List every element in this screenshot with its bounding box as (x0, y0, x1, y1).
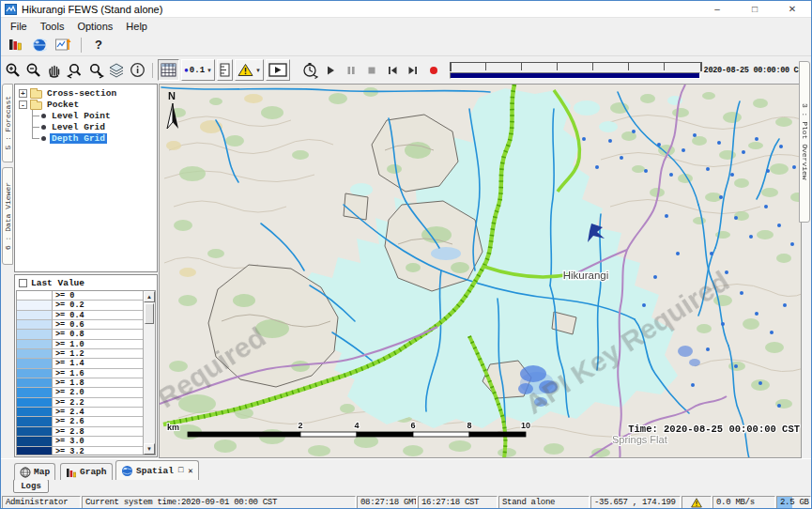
menu-options[interactable]: Options (70, 21, 119, 32)
legend-row[interactable]: >= 2.6 (17, 417, 143, 426)
legend-row[interactable]: >= 2.2 (17, 398, 143, 408)
timeline-bar[interactable] (450, 72, 700, 79)
thresholds-dropdown[interactable]: ▼ (235, 59, 264, 81)
stop-icon[interactable] (361, 60, 382, 81)
play-icon[interactable] (320, 60, 341, 81)
tab-spatial[interactable]: Spatial □ ✕ (115, 460, 199, 480)
legend-row[interactable]: >= 1.4 (17, 359, 143, 368)
scroll-down-icon[interactable]: ▼ (144, 443, 155, 455)
close-button[interactable]: ✕ (774, 1, 811, 18)
map-toolbar: ● 0.1 ▼ ▼ 2020-08-25 00:00:00 CST (1, 56, 811, 84)
timeline-slider[interactable] (450, 58, 700, 83)
timeline-tick (557, 63, 558, 70)
app-logo-icon (5, 4, 17, 15)
legend-label: >= 0.4 (53, 311, 143, 320)
contour-value: 0.1 (190, 66, 205, 75)
scroll-track[interactable] (144, 325, 155, 443)
legend-row[interactable]: >= 2.0 (17, 388, 143, 397)
ruler-button[interactable] (217, 59, 233, 81)
archive-icon[interactable] (6, 36, 26, 54)
timeline-ruler (450, 62, 700, 70)
timer-icon[interactable] (299, 60, 320, 81)
tab-data-viewer[interactable]: 6 : Data Viewer (2, 167, 13, 265)
info-icon[interactable] (127, 60, 147, 81)
time-series-chart-icon[interactable] (53, 36, 73, 54)
status-mode: Stand alone (498, 496, 590, 509)
record-icon[interactable] (423, 60, 444, 81)
legend-swatch (17, 291, 53, 301)
legend-row[interactable]: >= 1.0 (17, 340, 143, 349)
tab-forecast[interactable]: 5 : Forecast (2, 84, 13, 162)
layers-icon[interactable] (106, 60, 127, 81)
previous-frame-icon[interactable] (382, 60, 403, 81)
svg-text:4: 4 (354, 421, 359, 430)
pan-icon[interactable] (44, 60, 65, 81)
legend-label: >= 1.0 (53, 340, 143, 349)
pause-icon[interactable] (341, 60, 361, 81)
status-coordinates: -35.657 , 174.199 (590, 496, 681, 509)
bottom-tab-bar: Map Graph Spatial □ ✕ (1, 458, 811, 479)
zoom-in-icon[interactable] (3, 60, 23, 81)
minimize-button[interactable]: – (698, 1, 736, 18)
tree-item-depth-grid[interactable]: Depth Grid (15, 132, 157, 144)
tree-item-pocket[interactable]: -Pocket (15, 99, 157, 110)
scroll-thumb[interactable] (145, 303, 154, 324)
grid-display-button[interactable] (158, 59, 179, 81)
legend-row[interactable]: >= 0 (17, 291, 143, 301)
animation-button[interactable] (266, 59, 290, 81)
legend-swatch (17, 427, 53, 437)
map-display-globe-icon[interactable] (29, 36, 50, 54)
zoom-out-icon[interactable] (23, 60, 44, 81)
svg-text:2: 2 (298, 421, 302, 430)
legend-swatch (17, 437, 53, 446)
tab-graph[interactable]: Graph (60, 463, 113, 480)
legend-row[interactable]: >= 1.2 (17, 349, 143, 359)
expander-icon[interactable]: - (19, 100, 27, 109)
status-warning-cell[interactable] (682, 496, 712, 509)
legend-swatch (17, 398, 53, 408)
legend-row[interactable]: >= 2.8 (17, 427, 143, 437)
tree-item-cross-section[interactable]: +Cross-section (15, 87, 157, 99)
tree-item-label: Level Grid (50, 122, 107, 132)
contour-value-dropdown[interactable]: ● 0.1 ▼ (181, 59, 215, 81)
tab-graph-label: Graph (80, 467, 107, 477)
zoom-previous-icon[interactable] (65, 60, 85, 81)
tree-item-level-point[interactable]: Level Point (15, 110, 157, 121)
legend-row[interactable]: >= 3.0 (17, 437, 143, 446)
zoom-next-icon[interactable] (85, 60, 106, 81)
legend-label: >= 2.8 (53, 427, 143, 437)
map-canvas[interactable]: API Key Required API Key Required N km 2… (160, 85, 802, 458)
tree-item-label: Pocket (45, 100, 81, 110)
tree-item-level-grid[interactable]: Level Grid (15, 121, 157, 132)
svg-text:6: 6 (410, 421, 415, 430)
last-value-checkbox[interactable] (19, 279, 27, 287)
legend-row[interactable]: >= 3.2 (17, 447, 143, 456)
legend-row[interactable]: >= 1.6 (17, 369, 143, 378)
legend-row[interactable]: >= 1.8 (17, 378, 143, 388)
logs-row: Logs (1, 479, 811, 495)
maximize-button[interactable]: □ (736, 1, 774, 18)
legend-row[interactable]: >= 0.8 (17, 330, 143, 339)
logs-button[interactable]: Logs (13, 479, 49, 493)
menu-file[interactable]: File (4, 21, 34, 32)
menu-help[interactable]: Help (119, 21, 154, 32)
tab-close-icon[interactable]: ✕ (188, 466, 192, 476)
timeline-tick (521, 63, 522, 70)
scroll-up-icon[interactable]: ▲ (144, 291, 155, 302)
globe-sphere-icon (121, 465, 133, 477)
tab-plot-overview[interactable]: 3 : Plot Overview (799, 61, 810, 223)
tree-item-label: Depth Grid (50, 133, 107, 144)
tab-map[interactable]: Map (14, 463, 55, 480)
status-user: Administrator (2, 496, 81, 509)
next-frame-icon[interactable] (403, 60, 423, 81)
legend-row[interactable]: >= 2.4 (17, 408, 143, 417)
legend-scrollbar[interactable]: ▲ ▼ (143, 291, 155, 455)
legend-row[interactable]: >= 0.6 (17, 320, 143, 330)
legend-row[interactable]: >= 0.2 (17, 301, 143, 310)
help-button[interactable]: ? (89, 38, 108, 52)
menu-tools[interactable]: Tools (34, 21, 71, 32)
legend-swatch (17, 408, 53, 417)
legend-row[interactable]: >= 0.4 (17, 311, 143, 320)
tab-maximize-icon[interactable]: □ (178, 466, 183, 475)
expander-icon[interactable]: + (19, 89, 27, 98)
